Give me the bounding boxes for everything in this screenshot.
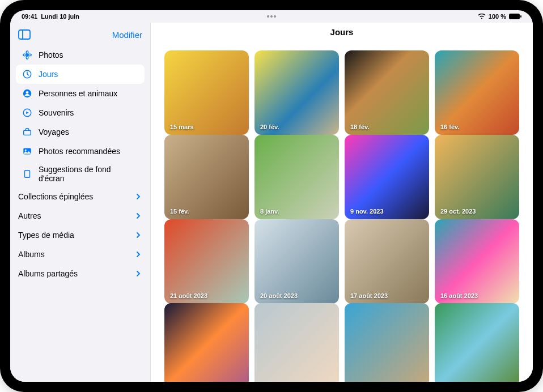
day-tile[interactable]: 20 août 2023 bbox=[254, 219, 339, 304]
sidebar-section-label: Types de média bbox=[18, 231, 74, 240]
day-tile[interactable] bbox=[435, 303, 519, 382]
sidebar-header: Modifier bbox=[16, 26, 145, 45]
tile-date-label: 21 août 2023 bbox=[170, 292, 207, 299]
svg-point-6 bbox=[26, 56, 28, 59]
suitcase-icon bbox=[22, 126, 33, 138]
person-icon bbox=[22, 88, 33, 99]
status-bar: 09:41 Lundi 10 juin 100 % bbox=[10, 10, 533, 23]
tile-date-label: 15 mars bbox=[170, 123, 194, 130]
sidebar-item-label: Photos bbox=[39, 50, 63, 59]
sidebar-section-label: Autres bbox=[18, 211, 41, 220]
sidebar-section-albums-partages[interactable]: Albums partagés bbox=[16, 264, 145, 283]
sidebar-section-label: Collections épinglées bbox=[18, 192, 93, 201]
sidebar-section-label: Albums partagés bbox=[18, 269, 78, 278]
sidebar-item-photos[interactable]: Photos bbox=[16, 45, 145, 65]
day-tile[interactable]: 18 fév. bbox=[345, 50, 429, 135]
sidebar-section-albums[interactable]: Albums bbox=[16, 245, 145, 264]
sidebar-section-types-media[interactable]: Types de média bbox=[16, 225, 145, 245]
sidebar: Modifier Photos Jours bbox=[10, 23, 151, 382]
svg-point-5 bbox=[26, 51, 28, 54]
svg-rect-16 bbox=[25, 171, 30, 178]
battery-pct-label: 100 % bbox=[489, 13, 506, 20]
sidebar-section-collections[interactable]: Collections épinglées bbox=[16, 187, 145, 206]
sidebar-item-voyages[interactable]: Voyages bbox=[16, 122, 145, 142]
day-tile[interactable]: 16 fév. bbox=[435, 50, 519, 135]
day-tile[interactable]: 9 nov. 2023 bbox=[345, 135, 429, 219]
tile-date-label: 20 août 2023 bbox=[260, 292, 298, 299]
chevron-right-icon bbox=[135, 192, 141, 201]
svg-point-7 bbox=[23, 54, 26, 56]
tile-date-label: 17 août 2023 bbox=[350, 292, 388, 299]
tile-date-label: 15 fév. bbox=[170, 208, 189, 215]
multitask-dots[interactable] bbox=[267, 15, 276, 18]
svg-point-15 bbox=[25, 150, 27, 151]
svg-point-8 bbox=[28, 54, 31, 56]
tile-date-label: 20 fév. bbox=[260, 123, 279, 130]
sidebar-item-label: Jours bbox=[39, 70, 58, 79]
sidebar-item-souvenirs[interactable]: Souvenirs bbox=[16, 103, 145, 122]
clock-icon bbox=[22, 69, 33, 80]
flower-icon bbox=[22, 49, 33, 61]
sidebar-item-personnes[interactable]: Personnes et animaux bbox=[16, 84, 145, 103]
status-time: 09:41 bbox=[22, 13, 37, 20]
chevron-right-icon bbox=[135, 231, 141, 240]
svg-point-11 bbox=[26, 91, 29, 94]
status-right: 100 % bbox=[478, 13, 521, 20]
day-tile[interactable] bbox=[254, 303, 339, 382]
sidebar-item-label: Photos recommandées bbox=[39, 147, 120, 156]
sidebar-item-label: Personnes et animaux bbox=[39, 89, 117, 98]
day-tile[interactable]: 20 fév. bbox=[254, 50, 339, 135]
chevron-right-icon bbox=[135, 269, 141, 278]
day-tile[interactable] bbox=[345, 303, 429, 382]
chevron-right-icon bbox=[135, 211, 141, 220]
content-area: Modifier Photos Jours bbox=[10, 23, 533, 382]
main-title: Jours bbox=[151, 23, 533, 40]
photo-icon bbox=[22, 146, 33, 157]
tile-date-label: 18 fév. bbox=[350, 123, 369, 130]
days-grid[interactable]: 15 mars 20 fév. 18 fév. 16 fév. 15 fév. … bbox=[151, 40, 533, 382]
battery-icon bbox=[509, 14, 521, 19]
day-tile[interactable]: 21 août 2023 bbox=[164, 219, 249, 304]
tile-date-label: 16 août 2023 bbox=[440, 292, 478, 299]
sidebar-item-recommandees[interactable]: Photos recommandées bbox=[16, 142, 145, 161]
sidebar-item-label: Suggestions de fond d'écran bbox=[39, 165, 139, 183]
sidebar-section-label: Albums bbox=[18, 250, 45, 259]
tile-date-label: 8 janv. bbox=[260, 208, 279, 215]
wifi-icon bbox=[478, 14, 486, 19]
day-tile[interactable]: 29 oct. 2023 bbox=[435, 135, 519, 219]
edit-button[interactable]: Modifier bbox=[112, 30, 142, 40]
sidebar-item-fond-ecran[interactable]: Suggestions de fond d'écran bbox=[16, 161, 145, 187]
sidebar-section-autres[interactable]: Autres bbox=[16, 206, 145, 225]
svg-rect-0 bbox=[509, 14, 520, 19]
chevron-right-icon bbox=[135, 250, 141, 259]
sidebar-item-label: Souvenirs bbox=[39, 108, 74, 117]
day-tile[interactable]: 15 fév. bbox=[164, 135, 249, 219]
day-tile[interactable]: 15 mars bbox=[164, 50, 249, 135]
rectangle-icon bbox=[22, 168, 33, 180]
status-left: 09:41 Lundi 10 juin bbox=[22, 13, 79, 20]
sidebar-toggle-icon[interactable] bbox=[18, 29, 31, 40]
day-tile[interactable]: 17 août 2023 bbox=[345, 219, 429, 304]
day-tile[interactable] bbox=[164, 303, 249, 382]
tile-date-label: 9 nov. 2023 bbox=[350, 208, 384, 215]
ipad-device-frame: 09:41 Lundi 10 juin 100 % bbox=[0, 0, 543, 392]
memories-icon bbox=[22, 107, 33, 118]
sidebar-item-label: Voyages bbox=[39, 127, 69, 137]
svg-rect-13 bbox=[24, 130, 31, 135]
tile-date-label: 16 fév. bbox=[440, 123, 459, 130]
tile-date-label: 29 oct. 2023 bbox=[440, 208, 476, 215]
day-tile[interactable]: 8 janv. bbox=[254, 135, 339, 219]
screen: 09:41 Lundi 10 juin 100 % bbox=[10, 10, 533, 382]
svg-rect-1 bbox=[520, 15, 521, 18]
sidebar-item-jours[interactable]: Jours bbox=[16, 65, 145, 84]
day-tile[interactable]: 16 août 2023 bbox=[435, 219, 519, 304]
svg-rect-2 bbox=[19, 30, 30, 39]
main-content: Jours 15 mars 20 fév. 18 fév. 16 fév. 15… bbox=[151, 23, 533, 382]
status-date: Lundi 10 juin bbox=[41, 13, 79, 20]
